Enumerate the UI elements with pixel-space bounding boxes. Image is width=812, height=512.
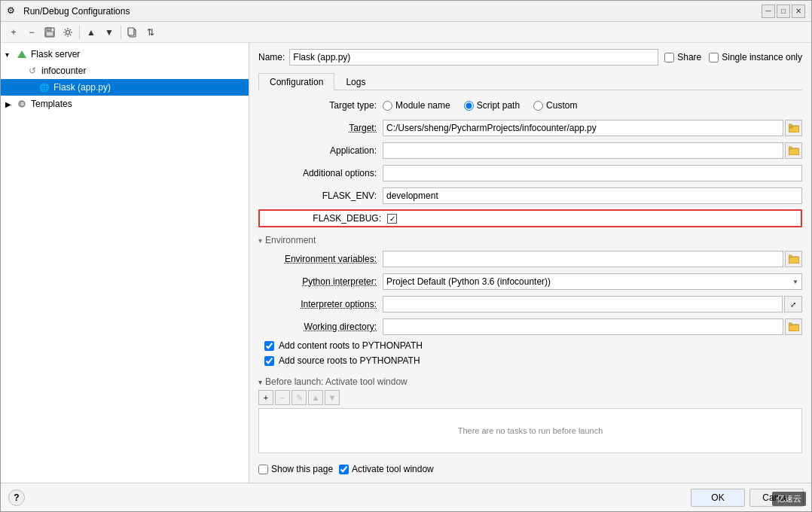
flask-env-row: FLASK_ENV: bbox=[258, 187, 802, 205]
env-variables-input[interactable] bbox=[383, 251, 783, 267]
tree-item-flask-server[interactable]: ▾ Flask server bbox=[1, 46, 249, 62]
show-page-label: Show this page bbox=[271, 464, 333, 474]
before-launch-add-btn[interactable]: + bbox=[258, 390, 273, 405]
radio-custom[interactable]: Custom bbox=[533, 100, 577, 111]
remove-button[interactable]: − bbox=[23, 24, 40, 41]
flask-debug-row: FLASK_DEBUG: ✓ bbox=[258, 209, 802, 227]
tree-item-flask-apppy[interactable]: 🌐 Flask (app.py) bbox=[1, 79, 249, 96]
flask-icon: 🌐 bbox=[38, 81, 50, 93]
before-launch-toolbar: + − ✎ ▲ ▼ bbox=[258, 390, 802, 405]
radio-module[interactable]: Module name bbox=[383, 100, 450, 111]
name-label: Name: bbox=[258, 52, 285, 62]
maximize-button[interactable]: □ bbox=[777, 5, 790, 18]
before-launch-remove-btn[interactable]: − bbox=[275, 390, 290, 405]
settings-button[interactable] bbox=[60, 24, 76, 41]
run-debug-dialog: ⚙ Run/Debug Configurations ─ □ ✕ + − ▲ ▼… bbox=[0, 0, 812, 512]
radio-script[interactable]: Script path bbox=[464, 100, 520, 111]
title-bar: ⚙ Run/Debug Configurations ─ □ ✕ bbox=[1, 1, 811, 22]
svg-rect-13 bbox=[789, 147, 792, 149]
tab-configuration[interactable]: Configuration bbox=[258, 73, 334, 90]
before-launch-section: Before launch: Activate tool window + − … bbox=[258, 376, 802, 453]
working-directory-row: Working directory: bbox=[258, 318, 802, 336]
tab-logs[interactable]: Logs bbox=[334, 73, 377, 90]
name-input[interactable] bbox=[289, 49, 658, 66]
tabs: Configuration Logs bbox=[258, 73, 802, 90]
target-row: Target: bbox=[258, 119, 802, 137]
add-content-roots-label: Add content roots to PYTHONPATH bbox=[279, 340, 423, 351]
working-directory-input[interactable] bbox=[383, 318, 783, 335]
svg-rect-2 bbox=[46, 32, 53, 36]
help-button[interactable]: ? bbox=[8, 489, 25, 506]
tree-label-selected: Flask (app.py) bbox=[53, 82, 111, 93]
share-checkbox-label[interactable]: Share bbox=[664, 52, 701, 62]
show-page-checkbox-label[interactable]: Show this page bbox=[258, 464, 333, 474]
up-button[interactable]: ▲ bbox=[83, 24, 99, 41]
interpreter-expand-button[interactable]: ⤢ bbox=[784, 296, 802, 312]
flask-debug-checkbox[interactable]: ✓ bbox=[387, 214, 397, 224]
footer: ? OK Cancel bbox=[1, 483, 811, 511]
python-interpreter-dropdown[interactable]: Project Default (Python 3.6 (infocounter… bbox=[383, 273, 802, 290]
single-instance-checkbox-label[interactable]: Single instance only bbox=[709, 52, 802, 62]
share-checkbox[interactable] bbox=[664, 53, 674, 62]
before-launch-up-btn[interactable]: ▲ bbox=[308, 390, 323, 405]
toolbar: + − ▲ ▼ ⇅ bbox=[1, 22, 811, 43]
tree-label-templates: Templates bbox=[31, 99, 72, 109]
before-launch-down-btn[interactable]: ▼ bbox=[325, 390, 340, 405]
before-launch-header-text: Before launch: Activate tool window bbox=[265, 376, 408, 387]
flask-env-input[interactable] bbox=[383, 187, 802, 204]
copy-button[interactable] bbox=[124, 24, 141, 41]
before-launch-edit-btn[interactable]: ✎ bbox=[292, 390, 307, 405]
application-input[interactable] bbox=[383, 142, 783, 159]
tree-label: Flask server bbox=[31, 49, 80, 59]
arrow-icon: ▾ bbox=[5, 50, 16, 59]
working-directory-group bbox=[383, 318, 802, 335]
svg-marker-6 bbox=[17, 50, 26, 58]
svg-rect-5 bbox=[128, 28, 134, 35]
single-instance-label: Single instance only bbox=[722, 52, 802, 62]
tree-item-templates[interactable]: ▶ Templates bbox=[1, 96, 249, 112]
interpreter-options-input[interactable] bbox=[383, 296, 783, 312]
activate-tool-checkbox-label[interactable]: Activate tool window bbox=[339, 464, 434, 474]
arrow-collapsed: ▶ bbox=[5, 100, 16, 108]
activate-tool-checkbox[interactable] bbox=[339, 465, 349, 474]
env-browse-button[interactable] bbox=[785, 251, 802, 267]
env-variables-row: Environment variables: bbox=[258, 250, 802, 268]
interpreter-options-row: Interpreter options: ⤢ bbox=[258, 295, 802, 313]
target-label: Target: bbox=[258, 123, 383, 133]
main-content: ▾ Flask server ↺ infocounter 🌐 Flask (ap… bbox=[1, 43, 811, 483]
share-label: Share bbox=[677, 52, 701, 62]
show-page-checkbox[interactable] bbox=[258, 465, 268, 474]
down-button[interactable]: ▼ bbox=[101, 24, 118, 41]
ok-button[interactable]: OK bbox=[691, 489, 745, 507]
sort-button[interactable]: ⇅ bbox=[142, 24, 159, 41]
tree-item-infocounter[interactable]: ↺ infocounter bbox=[1, 62, 249, 79]
save-button[interactable] bbox=[41, 24, 58, 41]
add-button[interactable]: + bbox=[5, 24, 22, 41]
flask-env-label: FLASK_ENV: bbox=[258, 190, 383, 201]
single-instance-checkbox[interactable] bbox=[709, 53, 719, 62]
config-form: Target type: Module name Script path bbox=[258, 96, 802, 474]
working-directory-browse-button[interactable] bbox=[785, 318, 802, 335]
toolbar-separator bbox=[79, 26, 80, 39]
svg-point-3 bbox=[66, 30, 70, 34]
env-variables-group bbox=[383, 251, 802, 267]
add-content-roots-checkbox[interactable] bbox=[264, 341, 274, 351]
target-input-group bbox=[383, 120, 802, 136]
svg-rect-17 bbox=[789, 323, 792, 325]
close-button[interactable]: ✕ bbox=[792, 5, 805, 18]
templates-icon bbox=[16, 98, 28, 110]
application-browse-button[interactable] bbox=[785, 142, 802, 159]
add-content-roots-row: Add content roots to PYTHONPATH bbox=[258, 340, 802, 351]
dialog-title: Run/Debug Configurations bbox=[23, 6, 130, 17]
add-source-roots-checkbox[interactable] bbox=[264, 356, 274, 366]
interpreter-options-group: ⤢ bbox=[383, 296, 802, 312]
bottom-options-row: Show this page Activate tool window bbox=[258, 464, 802, 474]
additional-options-input[interactable] bbox=[383, 165, 802, 181]
watermark: 亿速云 bbox=[772, 492, 806, 506]
target-input[interactable] bbox=[383, 120, 783, 136]
environment-section-header[interactable]: Environment bbox=[258, 235, 802, 245]
target-browse-button[interactable] bbox=[785, 120, 802, 136]
minimize-button[interactable]: ─ bbox=[762, 5, 775, 18]
before-launch-header[interactable]: Before launch: Activate tool window bbox=[258, 376, 802, 387]
working-directory-label: Working directory: bbox=[258, 322, 383, 332]
